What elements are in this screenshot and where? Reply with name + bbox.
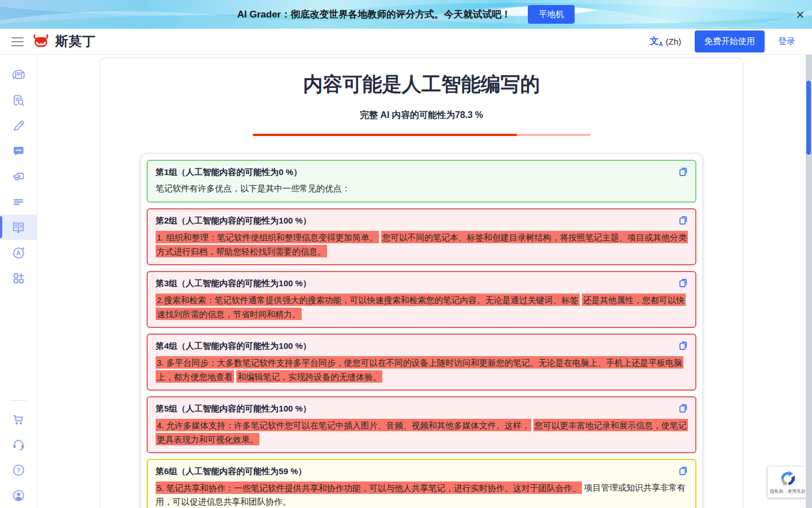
- sidebar-item-ai-content-detector[interactable]: [0, 214, 37, 240]
- account-icon: [11, 488, 26, 503]
- homework-icon: [11, 169, 26, 184]
- sidebar-item-summarizer[interactable]: [0, 189, 37, 214]
- group-title: 第2组（人工智能内容的可能性为100 %）: [156, 214, 687, 227]
- translate-icon: 文A: [650, 36, 663, 47]
- svg-text:A: A: [16, 249, 20, 256]
- sidebar-item-help[interactable]: ?: [0, 457, 37, 483]
- ai-highlighted-segment: 2.搜索和检索：笔记软件通常提供强大的搜索功能，可以快速搜索和检索您的笔记内容。…: [156, 294, 580, 306]
- banner-message: AI Grader：彻底改变世界各地教师的评分方式。今天就试试吧！: [237, 8, 511, 21]
- sidebar-item-cart[interactable]: [0, 406, 37, 432]
- scrollbar-thumb[interactable]: [806, 81, 811, 155]
- result-sheet: 内容可能是人工智能编写的 完整 AI 内容的可能性为78.3 % 第1组（人工智…: [100, 58, 743, 508]
- chat-icon: [11, 144, 26, 159]
- ai-highlighted-segment: 3. 多平台同步：大多数笔记软件支持多平台同步，使您可以在不同的设备上随时访问和…: [156, 356, 683, 383]
- sidebar-divider: [10, 400, 27, 401]
- ai-detector-icon: [11, 220, 26, 235]
- tool-sidebar: A ?: [0, 55, 37, 508]
- copy-icon[interactable]: [679, 166, 688, 178]
- copy-icon[interactable]: [679, 277, 688, 290]
- sidebar-item-paraphraser[interactable]: [0, 62, 37, 87]
- promo-banner: AI Grader：彻底改变世界各地教师的评分方式。今天就试试吧！ 平地机 ✕: [0, 0, 812, 29]
- scrollbar-track[interactable]: [806, 55, 812, 508]
- ai-highlighted-segment: 5. 笔记共享和协作：一些笔记软件提供共享和协作功能，可以与他人共享笔记，进行实…: [156, 481, 582, 494]
- start-free-button[interactable]: 免费开始使用: [695, 30, 765, 52]
- apps-grid-icon: [11, 271, 26, 286]
- copy-icon[interactable]: [679, 465, 688, 478]
- plain-text-segment: 笔记软件有许多优点，以下是其中一些常见的优点：: [156, 183, 350, 193]
- group-text: 1. 组织和整理：笔记软件使组织和整理信息变得更加简单。 您可以不同的笔记本、标…: [156, 230, 687, 258]
- language-code: (Zh): [666, 37, 682, 46]
- group-card: 第2组（人工智能内容的可能性为100 %） 1. 组织和整理：笔记软件使组织和整…: [147, 208, 696, 265]
- group-title: 第1组（人工智能内容的可能性为0 %）: [156, 166, 687, 178]
- ai-highlighted-segment: 4. 允许多媒体支持：许多笔记软件您可以在笔记中插入图片、音频、视频和其他多媒体…: [156, 419, 531, 431]
- recaptcha-icon: [779, 470, 796, 487]
- sidebar-item-support[interactable]: [0, 432, 37, 457]
- hamburger-menu-icon[interactable]: [11, 37, 24, 46]
- ai-highlighted-segment: 1. 组织和整理：笔记软件使组织和整理信息变得更加简单。: [156, 231, 379, 243]
- recaptcha-terms-label[interactable]: 隐私权 - 使用条款: [770, 488, 805, 494]
- app-header: 斯莫丁 文A (Zh) 免费开始使用 登录: [0, 29, 812, 55]
- group-text: 2.搜索和检索：笔记软件通常提供强大的搜索功能，可以快速搜索和检索您的笔记内容。…: [156, 292, 687, 321]
- sidebar-item-chat[interactable]: [0, 138, 37, 164]
- sidebar-item-writer[interactable]: [0, 113, 37, 138]
- group-card: 第4组（人工智能内容的可能性为100 %） 3. 多平台同步：大多数笔记软件支持…: [147, 334, 696, 391]
- banner-cta-button[interactable]: 平地机: [528, 5, 575, 24]
- svg-text:?: ?: [16, 466, 20, 473]
- group-card: 第3组（人工智能内容的可能性为100 %） 2.搜索和检索：笔记软件通常提供强大…: [147, 271, 696, 328]
- recaptcha-badge[interactable]: 隐私权 - 使用条款: [767, 466, 808, 498]
- brand[interactable]: 斯莫丁: [32, 33, 96, 50]
- group-text: 4. 允许多媒体支持：许多笔记软件您可以在笔记中插入图片、音频、视频和其他多媒体…: [156, 418, 687, 446]
- language-selector[interactable]: 文A (Zh): [650, 36, 681, 47]
- group-title: 第4组（人工智能内容的可能性为100 %）: [156, 340, 687, 352]
- grammar-checker-icon: A: [11, 246, 26, 260]
- group-title: 第6组（人工智能内容的可能性为59 %）: [156, 465, 687, 478]
- group-title: 第3组（人工智能内容的可能性为100 %）: [156, 277, 687, 290]
- brand-name: 斯莫丁: [55, 33, 96, 50]
- ai-probability-bar-track: [253, 134, 591, 136]
- sidebar-item-account[interactable]: [0, 483, 37, 508]
- ai-probability-bar-fill: [253, 134, 518, 136]
- ai-highlighted-segment: 和编辑笔记，实现跨设备的无缝体验。: [236, 370, 382, 383]
- close-icon[interactable]: ✕: [796, 9, 805, 20]
- summarizer-icon: [11, 195, 26, 209]
- paraphraser-icon: [11, 68, 26, 82]
- group-title: 第5组（人工智能内容的可能性为100 %）: [156, 402, 687, 415]
- cart-icon: [11, 412, 26, 427]
- group-card: 第6组（人工智能内容的可能性为59 %） 5. 笔记共享和协作：一些笔记软件提供…: [147, 459, 696, 508]
- plagiarism-checker-icon: [11, 93, 26, 108]
- group-card: 第5组（人工智能内容的可能性为100 %） 4. 允许多媒体支持：许多笔记软件您…: [147, 396, 696, 453]
- brand-logo-icon: [32, 34, 50, 50]
- pencil-icon: [11, 119, 26, 133]
- sidebar-spacer: [0, 291, 37, 397]
- ai-probability-subtitle: 完整 AI 内容的可能性为78.3 %: [100, 110, 743, 121]
- page-title: 内容可能是人工智能编写的: [100, 71, 743, 98]
- sidebar-item-plagiarism-checker[interactable]: [0, 87, 37, 113]
- header-actions: 文A (Zh) 免费开始使用 登录: [650, 30, 803, 52]
- copy-icon[interactable]: [679, 340, 688, 352]
- group-text: 5. 笔记共享和协作：一些笔记软件提供共享和协作功能，可以与他人共享笔记，进行实…: [156, 480, 687, 508]
- sidebar-item-more-apps[interactable]: [0, 265, 37, 291]
- help-icon: ?: [11, 463, 26, 478]
- copy-icon[interactable]: [679, 214, 688, 227]
- group-text: 3. 多平台同步：大多数笔记软件支持多平台同步，使您可以在不同的设备上随时访问和…: [156, 355, 687, 383]
- copy-icon[interactable]: [679, 402, 688, 415]
- login-link[interactable]: 登录: [778, 36, 795, 47]
- results-list: 第1组（人工智能内容的可能性为0 %） 笔记软件有许多优点，以下是其中一些常见的…: [140, 154, 703, 508]
- headset-icon: [11, 437, 26, 452]
- sidebar-item-homework-solver[interactable]: [0, 164, 37, 189]
- group-card: 第1组（人工智能内容的可能性为0 %） 笔记软件有许多优点，以下是其中一些常见的…: [147, 160, 696, 203]
- group-text: 笔记软件有许多优点，以下是其中一些常见的优点：: [156, 181, 687, 195]
- sidebar-item-grammar-checker[interactable]: A: [0, 240, 37, 265]
